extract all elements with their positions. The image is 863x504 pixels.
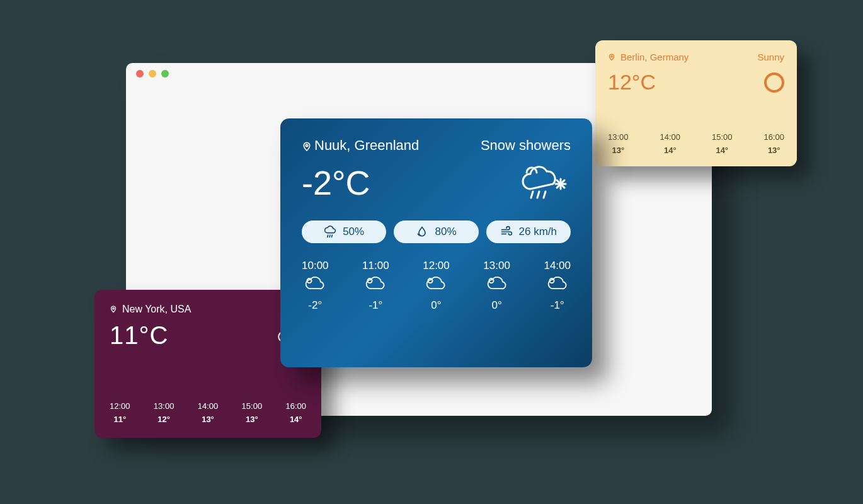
hour-temp: 13° [608,146,629,155]
hour-time: 14:00 [660,132,680,142]
hour-temp: 13° [763,146,784,155]
hour-time: 13:00 [154,401,174,411]
condition-text: Snow showers [481,137,571,154]
forecast-hour: 16:00 14° [285,401,306,424]
temperature-value: -2°C [302,163,370,202]
forecast-hour: 12:00 0° [423,260,450,312]
humidity-pill: 80% [394,220,478,243]
forecast-hour: 15:00 13° [242,401,263,424]
location-label: Berlin, Germany [608,52,689,62]
hour-time: 10:00 [302,260,329,272]
svg-line-11 [328,235,328,237]
humidity-value: 80% [435,226,456,238]
hour-time: 13:00 [483,260,510,272]
hourly-forecast: 12:00 11° 13:00 12° 14:00 13° 15:00 13° … [110,401,306,424]
forecast-hour: 13:00 13° [608,132,629,155]
condition-text: Sunny [757,52,784,62]
svg-line-12 [329,235,330,237]
snow-showers-icon [514,163,571,203]
sun-icon [764,72,784,93]
forecast-hour: 11:00 -1° [362,260,389,312]
weather-card-nuuk[interactable]: Nuuk, Greenland Snow showers -2°C [280,118,592,367]
hour-temp: 12° [154,415,174,424]
location-text: New York, USA [122,304,191,315]
svg-point-0 [611,55,613,57]
hour-temp: 14° [660,146,680,155]
hour-temp: 0° [431,299,441,312]
hour-time: 12:00 [423,260,450,272]
hour-temp: 0° [491,299,501,312]
hourly-forecast: 10:00 -2° 11:00 -1° 12:00 0° 13:00 0° 14… [302,260,571,312]
maximize-window-icon[interactable] [161,70,169,77]
forecast-hour: 14:00 -1° [544,260,571,312]
hour-time: 15:00 [242,401,263,411]
forecast-hour: 12:00 11° [110,401,130,424]
forecast-hour: 16:00 13° [763,132,784,155]
svg-point-1 [113,307,115,309]
cloudy-icon [425,276,447,295]
hour-time: 16:00 [285,401,306,411]
svg-line-5 [537,192,539,198]
hour-temp: 11° [110,415,130,424]
location-text: Nuuk, Greenland [314,137,419,154]
location-pin-icon [110,306,117,313]
weather-metrics: 50% 80% 26 km/h [302,220,571,243]
hour-temp: -1° [551,299,564,312]
hour-temp: 14° [712,146,733,155]
forecast-hour: 14:00 13° [198,401,219,424]
weather-card-berlin[interactable]: Berlin, Germany Sunny 12°C 13:00 13° 14:… [595,40,797,166]
hour-time: 12:00 [110,401,130,411]
hour-time: 16:00 [763,132,784,142]
wind-pill: 26 km/h [486,220,571,243]
location-pin-icon [302,142,309,149]
hour-time: 13:00 [608,132,629,142]
svg-line-6 [544,192,546,198]
forecast-hour: 13:00 0° [483,260,510,312]
hour-temp: -1° [369,299,382,312]
cloudy-icon [546,276,569,295]
cloudy-icon [364,276,387,295]
location-pin-icon [608,54,615,61]
hour-temp: 14° [285,415,306,424]
precipitation-pill: 50% [302,220,386,243]
hour-time: 11:00 [362,260,389,272]
hour-temp: 13° [242,415,263,424]
precipitation-value: 50% [343,226,364,238]
hourly-forecast: 13:00 13° 14:00 14° 15:00 14° 16:00 13° [608,132,784,155]
wind-value: 26 km/h [519,226,557,238]
close-window-icon[interactable] [136,70,144,77]
forecast-hour: 14:00 14° [660,132,680,155]
minimize-window-icon[interactable] [149,70,156,77]
forecast-hour: 15:00 14° [712,132,733,155]
cloudy-icon [486,276,508,295]
svg-line-13 [332,235,333,237]
location-text: Berlin, Germany [620,52,689,62]
hour-time: 14:00 [198,401,219,411]
temperature-value: 12°C [608,70,656,94]
svg-line-4 [531,192,533,198]
forecast-hour: 10:00 -2° [302,260,329,312]
location-label: Nuuk, Greenland [302,137,419,154]
temperature-value: 11°C [110,321,168,350]
hour-time: 15:00 [712,132,733,142]
hour-temp: -2° [308,299,322,312]
location-label: New York, USA [110,304,191,315]
forecast-hour: 13:00 12° [154,401,174,424]
hour-temp: 13° [198,415,219,424]
hour-time: 14:00 [544,260,571,272]
cloudy-icon [304,276,326,295]
svg-point-3 [306,144,307,146]
